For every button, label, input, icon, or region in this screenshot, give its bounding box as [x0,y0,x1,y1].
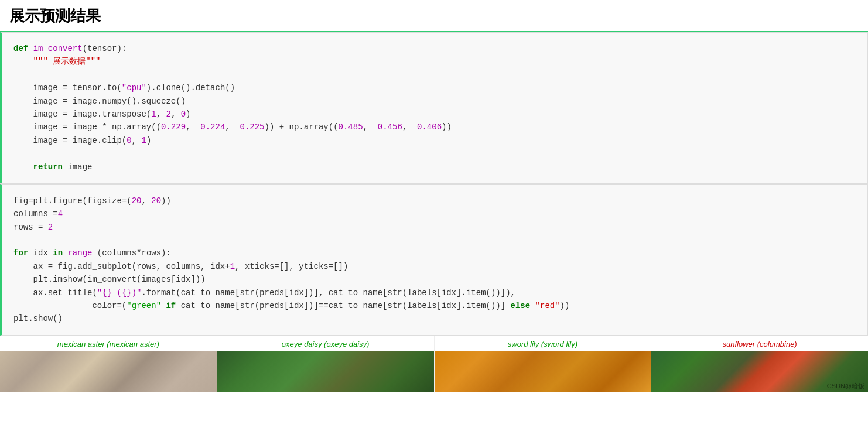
code-block-2: fig=plt.figure(figsize=(20, 20)) columns… [0,184,868,336]
image-col-1: mexican aster (mexican aster) [0,336,217,392]
image-col-3: sword lily (sword lily) [435,336,652,392]
image-3 [435,351,651,392]
image-2 [217,351,434,392]
image-col-4: sunflower (columbine) CSDN@暗饭 [651,336,868,392]
image-col-2: oxeye daisy (oxeye daisy) [217,336,435,392]
code-block-1: def im_convert(tensor): """ 展示数据""" imag… [0,32,868,183]
keyword-return: return [33,162,63,172]
docstring: """ [33,57,48,66]
image-title-1: mexican aster (mexican aster) [55,336,162,351]
image-title-2: oxeye daisy (oxeye daisy) [279,336,372,351]
string-cpu: "cpu" [122,83,146,93]
watermark: CSDN@暗饭 [827,382,864,391]
page-title: 展示预测结果 [0,0,868,32]
function-name: im_convert [33,44,83,53]
keyword-def: def [13,44,28,53]
image-1 [0,351,217,392]
image-title-3: sword lily (sword lily) [505,336,580,351]
images-section: mexican aster (mexican aster) oxeye dais… [0,336,868,392]
image-title-4: sunflower (columbine) [720,336,799,351]
